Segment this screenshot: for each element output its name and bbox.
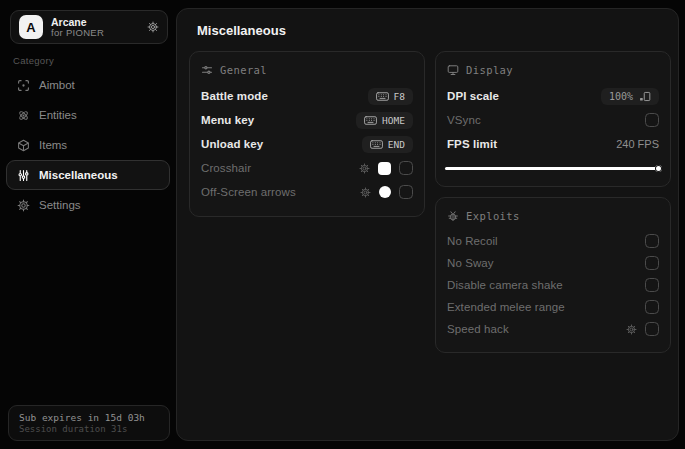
setting-label: VSync [447,114,481,126]
sidebar-item-label: Entities [39,109,77,121]
setting-label: Speed hack [447,323,509,335]
setting-row-speed-hack: Speed hack [447,318,659,340]
no-recoil-checkbox[interactable] [645,234,659,248]
monitor-icon [447,64,459,76]
keybind-button[interactable]: END [362,136,413,153]
sidebar-nav: Aimbot Entities Items [6,70,170,220]
setting-label: Crosshair [201,162,251,174]
setting-row-unload-key: Unload key END [201,132,413,156]
scaling-icon [639,91,651,102]
exploits-panel-header: Exploits [447,210,659,222]
gear-icon [17,199,30,212]
extended-melee-range-checkbox[interactable] [645,300,659,314]
exploits-panel: Exploits No Recoil No Sway Disable camer… [435,197,671,353]
app-window: A Arcane for PIONER Category [0,0,685,449]
setting-label: No Recoil [447,235,498,247]
app-name: Arcane [51,16,139,28]
gear-icon[interactable] [626,324,637,335]
display-panel-header: Display [447,64,659,76]
gear-icon[interactable] [360,187,371,198]
sliders-horizontal-icon [201,64,213,76]
fps-slider-handle[interactable] [655,165,662,172]
setting-row-extended-melee-range: Extended melee range [447,296,659,318]
offscreen-arrows-checkbox[interactable] [399,185,413,199]
sidebar-item-label: Miscellaneous [39,169,118,181]
atom-icon [17,109,30,122]
sidebar-item-miscellaneous[interactable]: Miscellaneous [6,160,170,190]
sidebar-item-settings[interactable]: Settings [6,190,170,220]
sidebar-item-aimbot[interactable]: Aimbot [6,70,170,100]
setting-label: Battle mode [201,90,268,102]
sub-expiry-text: Sub expires in 15d 03h [19,412,159,423]
fps-slider-fill [445,167,661,170]
category-label: Category [13,55,54,66]
setting-label: FPS limit [447,138,497,150]
no-sway-checkbox[interactable] [645,256,659,270]
page-title: Miscellaneous [197,23,669,38]
setting-row-fps-limit: FPS limit 240 FPS [447,132,659,156]
scan-icon [17,79,30,92]
setting-row-offscreen-arrows: Off-Screen arrows [201,180,413,204]
speed-hack-checkbox[interactable] [645,322,659,336]
app-logo: A [19,15,43,39]
keyboard-icon [376,92,389,101]
crosshair-checkbox[interactable] [399,161,413,175]
keyboard-icon [370,140,383,149]
color-swatch[interactable] [379,186,391,198]
dpi-scale-stepper[interactable]: 100% [601,88,659,105]
fps-slider[interactable] [445,165,661,172]
setting-row-no-recoil: No Recoil [447,230,659,252]
subscription-card: Sub expires in 15d 03h Session duration … [8,405,170,441]
gear-icon[interactable] [147,21,159,33]
sidebar-item-label: Items [39,139,67,151]
session-duration-text: Session duration 31s [19,424,159,434]
disable-camera-shake-checkbox[interactable] [645,278,659,292]
sidebar: A Arcane for PIONER Category [0,0,176,449]
setting-row-crosshair: Crosshair [201,156,413,180]
sidebar-item-label: Settings [39,199,81,211]
setting-label: Disable camera shake [447,279,563,291]
main-content: Miscellaneous General Battle mode [176,8,679,441]
setting-row-no-sway: No Sway [447,252,659,274]
display-panel: Display DPI scale 100% [435,51,671,187]
setting-row-menu-key: Menu key HOME [201,108,413,132]
app-tagline: for PIONER [51,28,139,39]
fps-value: 240 FPS [616,138,659,150]
color-swatch[interactable] [378,162,391,175]
brand-card: A Arcane for PIONER [10,10,168,44]
setting-label: Off-Screen arrows [201,186,296,198]
sidebar-item-label: Aimbot [39,79,75,91]
general-panel-header: General [201,64,413,76]
vsync-checkbox[interactable] [645,113,659,127]
sidebar-item-entities[interactable]: Entities [6,100,170,130]
setting-label: Menu key [201,114,254,126]
setting-label: Extended melee range [447,301,565,313]
bug-icon [447,210,459,222]
gear-icon[interactable] [359,163,370,174]
keyboard-icon [364,116,377,125]
setting-row-dpi-scale: DPI scale 100% [447,84,659,108]
setting-label: Unload key [201,138,263,150]
setting-row-battle-mode: Battle mode F8 [201,84,413,108]
keybind-button[interactable]: HOME [356,112,413,129]
sliders-icon [17,169,30,182]
package-icon [17,139,30,152]
setting-label: DPI scale [447,90,499,102]
sidebar-item-items[interactable]: Items [6,130,170,160]
setting-row-vsync: VSync [447,108,659,132]
setting-label: No Sway [447,257,494,269]
setting-row-disable-camera-shake: Disable camera shake [447,274,659,296]
general-panel: General Battle mode F8 [189,51,425,217]
keybind-button[interactable]: F8 [368,88,413,105]
